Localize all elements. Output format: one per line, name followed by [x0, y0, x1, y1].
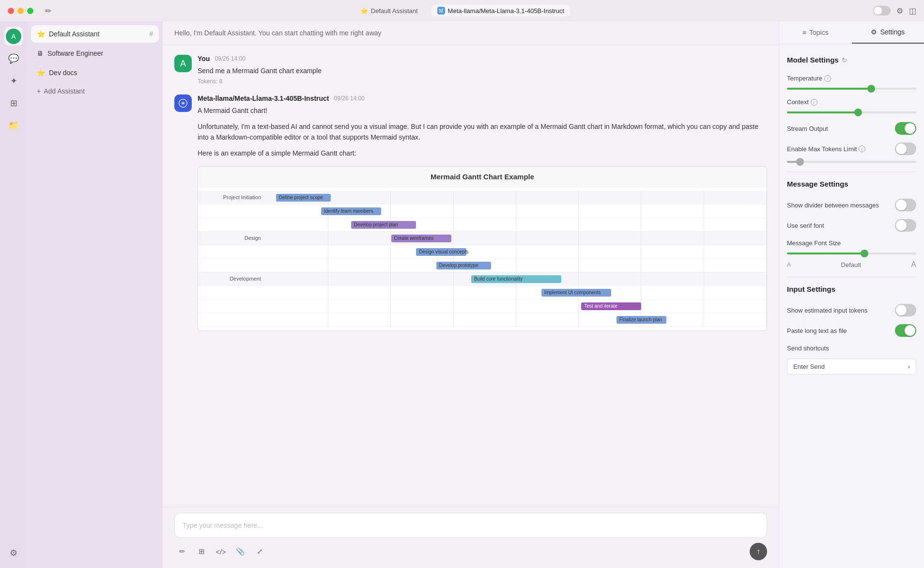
- chevron-down-icon: ›: [908, 363, 910, 370]
- sidebar-item-dev-docs[interactable]: ⭐ Dev docs: [31, 64, 159, 81]
- font-size-labels-row: A Default A: [787, 259, 916, 273]
- font-size-slider[interactable]: [787, 251, 916, 259]
- chat-input-box[interactable]: Type your message here...: [174, 513, 767, 538]
- right-panel: ≡ Topics ⚙ Settings Model Settings ↻ Tem…: [779, 21, 924, 568]
- model-label: Meta-llama/Meta-Llama-3.1-405B-Instruct: [448, 7, 565, 15]
- star-icon: ⭐: [360, 7, 368, 15]
- send-shortcuts-value: Enter Send: [793, 363, 825, 370]
- toggle-knob: [905, 123, 915, 134]
- model-tab[interactable]: M Meta-llama/Meta-Llama-3.1-405B-Instruc…: [431, 5, 570, 16]
- edit-button[interactable]: ✏: [174, 544, 190, 559]
- minimize-button[interactable]: [17, 8, 24, 14]
- toggle-knob: [896, 200, 907, 210]
- tab-topics[interactable]: ≡ Topics: [779, 21, 852, 44]
- code-button[interactable]: </>: [213, 544, 229, 559]
- divider-messages-toggle[interactable]: [895, 199, 916, 211]
- max-tokens-label-text: Enable Max Tokens Limit: [787, 145, 857, 153]
- temperature-info-icon[interactable]: i: [824, 75, 831, 82]
- sidebar-toggle-icon[interactable]: ◫: [909, 6, 916, 16]
- paste-as-file-toggle[interactable]: [895, 324, 916, 337]
- gantt-row-prototype: Develop prototype: [198, 259, 767, 272]
- default-assistant-tab[interactable]: ⭐ Default Assistant: [354, 5, 424, 16]
- settings-icon[interactable]: ⚙: [896, 6, 903, 16]
- slider-fill: [787, 111, 858, 113]
- topics-list-icon: ≡: [802, 29, 806, 36]
- input-settings-title: Input Settings: [787, 285, 916, 293]
- nav-chat[interactable]: 💬: [4, 49, 23, 68]
- nav-avatar[interactable]: A: [4, 27, 23, 46]
- context-info-icon[interactable]: i: [811, 99, 817, 106]
- compose-icon[interactable]: ✏: [45, 6, 51, 16]
- user-avatar: A: [174, 55, 192, 72]
- slider-fill: [787, 88, 871, 90]
- max-tokens-row: Enable Max Tokens Limit i: [787, 139, 916, 159]
- font-size-label: Message Font Size: [787, 239, 841, 247]
- refresh-icon[interactable]: ↻: [842, 56, 847, 64]
- sidebar-item-label: Default Assistant: [49, 30, 99, 38]
- chat-area: Hello, I'm Default Assistant. You can st…: [163, 21, 779, 568]
- serif-font-row: Use serif font: [787, 215, 916, 236]
- chat-greeting: Hello, I'm Default Assistant. You can st…: [174, 29, 382, 37]
- tab-settings-label: Settings: [880, 28, 905, 36]
- gantt-bar-prototype: Develop prototype: [436, 262, 492, 269]
- divider: [787, 277, 916, 277]
- nav-files[interactable]: 📁: [4, 116, 23, 135]
- gantt-row-ui: Implement UI components: [198, 286, 767, 300]
- gantt-bars: Finalize launch plan: [266, 313, 767, 326]
- gantt-bar-ui: Implement UI components: [541, 289, 612, 297]
- paste-as-file-row: Paste long text as file: [787, 320, 916, 341]
- nav-settings[interactable]: ⚙: [4, 544, 23, 562]
- send-button[interactable]: ↑: [750, 543, 767, 560]
- message-text-intro: A Mermaid Gantt chart!: [198, 105, 767, 116]
- nav-plugins[interactable]: ⊞: [4, 94, 23, 112]
- chat-input-toolbar: ✏ ⊞ </> 📎 ⤢ ↑: [174, 543, 767, 560]
- message-header: You 09/26 14:00: [198, 55, 767, 63]
- main-layout: A 💬 ✦ ⊞ 📁 ⚙ ⭐ Default Assistant # 🖥 Soft…: [0, 21, 924, 568]
- sidebar-item-software-engineer[interactable]: 🖥 Software Engineer: [31, 45, 159, 62]
- slider-track: [787, 111, 916, 113]
- close-button[interactable]: [8, 8, 14, 14]
- toggle-knob: [896, 143, 907, 154]
- context-label: Context i: [787, 98, 817, 106]
- gantt-bar-wireframes: Create wireframes: [391, 235, 451, 242]
- tab-settings[interactable]: ⚙ Settings: [852, 21, 924, 44]
- message-user: A You 09/26 14:00 Send me a Mermaid Gant…: [174, 55, 767, 85]
- temperature-label: Temperature i: [787, 75, 831, 82]
- add-assistant-button[interactable]: + Add Assistant: [31, 83, 159, 99]
- estimated-tokens-toggle[interactable]: [895, 304, 916, 316]
- attach-button[interactable]: 📎: [232, 544, 248, 559]
- estimated-tokens-label: Show estimated input tokens: [787, 307, 867, 314]
- maximize-button[interactable]: [27, 8, 33, 14]
- serif-font-toggle[interactable]: [895, 219, 916, 232]
- sidebar-item-label: Dev docs: [49, 69, 77, 77]
- sidebar-item-default-assistant[interactable]: ⭐ Default Assistant #: [31, 25, 159, 43]
- temperature-slider[interactable]: [787, 86, 916, 95]
- context-slider[interactable]: [787, 110, 916, 118]
- slider-thumb[interactable]: [854, 109, 862, 116]
- gantt-chart: Project Initiation Define project scope …: [198, 187, 767, 331]
- table-button[interactable]: ⊞: [194, 544, 209, 559]
- max-tokens-toggle[interactable]: [895, 142, 916, 155]
- expand-button[interactable]: ⤢: [252, 544, 267, 559]
- sidebar-item-left: 🖥 Software Engineer: [37, 49, 103, 57]
- divider-messages-row: Show divider between messages: [787, 195, 916, 215]
- send-shortcuts-dropdown[interactable]: Enter Send ›: [787, 359, 916, 375]
- toggle-knob: [896, 305, 907, 316]
- gantt-bar-plan: Develop project plan: [351, 221, 416, 229]
- sidebar-item-label: Software Engineer: [47, 49, 103, 57]
- model-settings-title-text: Model Settings: [787, 56, 839, 64]
- gantt-section-development: Development Build core functionality: [198, 272, 767, 286]
- gantt-bars: Build core functionality: [266, 272, 767, 285]
- gantt-row-launch: Finalize launch plan: [198, 313, 767, 327]
- sidebar-item-left: ⭐ Default Assistant: [37, 30, 99, 38]
- max-tokens-label: Enable Max Tokens Limit i: [787, 145, 865, 153]
- ai-avatar: [174, 95, 192, 112]
- slider-thumb[interactable]: [861, 250, 868, 257]
- slider-thumb[interactable]: [867, 85, 875, 93]
- nav-explore[interactable]: ✦: [4, 72, 23, 90]
- max-tokens-info-icon[interactable]: i: [859, 145, 865, 152]
- theme-toggle[interactable]: [873, 6, 891, 16]
- add-assistant-label: Add Assistant: [44, 87, 85, 95]
- stream-output-toggle[interactable]: [895, 122, 916, 135]
- chat-header: Hello, I'm Default Assistant. You can st…: [163, 21, 779, 45]
